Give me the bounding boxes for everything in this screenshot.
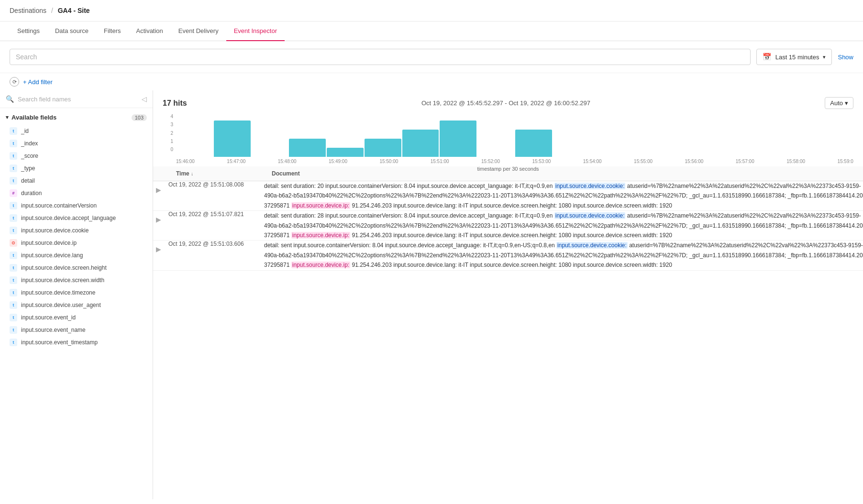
doc-cell: detail: sent duration: 20 input.source.c… [264,181,863,211]
chart-bar [402,130,439,157]
tab-event-delivery[interactable]: Event Delivery [171,22,226,41]
field-type-icon: t [10,289,17,296]
date-range-display: Oct 19, 2022 @ 15:45:52.297 - Oct 19, 20… [421,99,590,107]
results-table: Time ↓ Document ▶ Oct 19, 2022 @ 15:51:0… [153,166,863,271]
field-item[interactable]: t input.source.device.screen.width [6,274,147,286]
chart-bars-area: 4 3 2 1 0 [163,114,853,157]
x-axis-label: 15:52:00 [481,159,500,164]
chart-area: 4 3 2 1 0 15:46:0015:47:0015:48:0015:49:… [153,114,863,166]
field-item[interactable]: t input.source.device.screen.height [6,262,147,274]
field-type-icon: t [10,252,17,259]
tab-settings[interactable]: Settings [10,22,47,41]
field-item[interactable]: t input.source.event_id [6,311,147,324]
time-cell: Oct 19, 2022 @ 15:51:03.606 [168,241,264,270]
field-item[interactable]: t input.source.device.user_agent [6,299,147,311]
field-name-label: input.source.event_id [21,314,76,321]
field-name-label: _score [21,153,38,159]
breadcrumb-separator: / [51,7,53,14]
field-item[interactable]: t _index [6,137,147,150]
field-type-icon: # [10,189,17,197]
field-item[interactable]: t input.source.device.cookie [6,224,147,237]
chart-bar [214,121,251,157]
x-axis: 15:46:0015:47:0015:48:0015:49:0015:50:00… [163,158,853,164]
field-name-label: input.source.device.screen.height [21,264,107,271]
table-row: ▶ Oct 19, 2022 @ 15:51:07.821 detail: se… [153,211,863,241]
chevron-down-icon: ▾ [845,99,848,107]
field-name-label: input.source.device.ip [21,240,77,246]
field-item[interactable]: t _id [6,125,147,137]
field-item[interactable]: t input.source.event_timestamp [6,336,147,349]
expand-row-button[interactable]: ▶ [153,241,164,258]
y-axis: 4 3 2 1 0 [163,114,175,152]
chart-bar [327,148,364,157]
table-row: ▶ Oct 19, 2022 @ 15:51:03.606 detail: se… [153,241,863,270]
y-label-1: 1 [170,139,173,144]
hits-header: 17 hits Oct 19, 2022 @ 15:45:52.297 - Oc… [153,90,863,114]
expand-row-button[interactable]: ▶ [153,181,164,198]
time-picker[interactable]: 📅 Last 15 minutes ▾ [756,49,832,65]
tab-filters[interactable]: Filters [96,22,128,41]
x-axis-label: 15:47:00 [227,159,245,164]
chart-bar [440,121,476,157]
field-item[interactable]: t input.source.device.accept_language [6,212,147,224]
x-axis-label: 15:49:00 [329,159,347,164]
tab-data-source[interactable]: Data source [47,22,96,41]
field-item[interactable]: t input.source.device.timezone [6,286,147,299]
add-filter-button[interactable]: + Add filter [23,78,53,86]
main-content: 📅 Last 15 minutes ▾ Show ⟳ + Add filter … [0,41,863,499]
available-fields-count: 103 [132,114,147,121]
search-bar-row: 📅 Last 15 minutes ▾ Show [0,41,863,73]
field-name-label: input.source.device.timezone [21,289,95,296]
field-item[interactable]: t _score [6,150,147,162]
available-fields-header[interactable]: ▾ Available fields 103 [6,112,147,123]
field-item[interactable]: t _type [6,162,147,175]
field-list: t _id t _index t _score t _type t detail… [6,123,147,351]
field-name-label: input.source.device.lang [21,252,83,259]
interval-select[interactable]: Auto ▾ [825,97,853,109]
field-type-icon: t [10,164,17,172]
filter-icon-button[interactable]: ⟳ [10,77,19,87]
field-item[interactable]: t input.source.containerVersion [6,199,147,212]
show-button[interactable]: Show [838,50,853,64]
field-type-icon: t [10,202,17,209]
x-axis-label: 15:51:00 [431,159,449,164]
global-search-input[interactable] [10,49,751,65]
field-name-label: input.source.device.cookie [21,227,89,234]
field-name-label: input.source.event_name [21,327,86,333]
field-item[interactable]: ⊙ input.source.device.ip [6,237,147,249]
time-cell: Oct 19, 2022 @ 15:51:08.008 [168,181,264,211]
field-name-label: input.source.device.user_agent [21,302,101,308]
field-type-icon: t [10,227,17,234]
field-search-input[interactable] [18,96,138,103]
breadcrumb-parent[interactable]: Destinations [10,7,46,14]
chevron-down-icon: ▾ [6,114,9,121]
field-name-label: _id [21,128,29,134]
field-item[interactable]: # duration [6,187,147,199]
search-icon: 🔍 [6,95,14,103]
field-name-label: detail [21,177,35,184]
left-panel: 🔍 ◁ ▾ Available fields 103 t _id t _inde… [0,90,153,499]
field-name-label: _index [21,140,38,147]
top-bar: Destinations / GA4 - Site [0,0,863,22]
chart-footer-label: timestamp per 30 seconds [163,166,853,172]
expand-cell: ▶ [153,211,168,241]
sort-icon: ↓ [191,171,193,176]
field-item[interactable]: t detail [6,175,147,187]
collapse-panel-icon[interactable]: ◁ [142,95,147,103]
chart-bar [365,139,401,157]
available-fields-section: ▾ Available fields 103 t _id t _index t … [0,108,153,354]
y-label-3: 3 [170,122,173,127]
expand-cell: ▶ [153,241,168,270]
expand-row-button[interactable]: ▶ [153,211,164,228]
field-type-icon: ⊙ [10,239,17,247]
available-fields-label: Available fields [11,114,56,121]
x-axis-label: 15:56:00 [685,159,703,164]
right-panel: 17 hits Oct 19, 2022 @ 15:45:52.297 - Oc… [153,90,863,499]
chart-bar [289,139,326,157]
x-axis-label: 15:46:00 [176,159,195,164]
field-item[interactable]: t input.source.event_name [6,324,147,336]
field-name-label: duration [21,190,42,197]
field-item[interactable]: t input.source.device.lang [6,249,147,262]
tab-activation[interactable]: Activation [128,22,170,41]
tab-event-inspector[interactable]: Event Inspector [226,22,285,41]
